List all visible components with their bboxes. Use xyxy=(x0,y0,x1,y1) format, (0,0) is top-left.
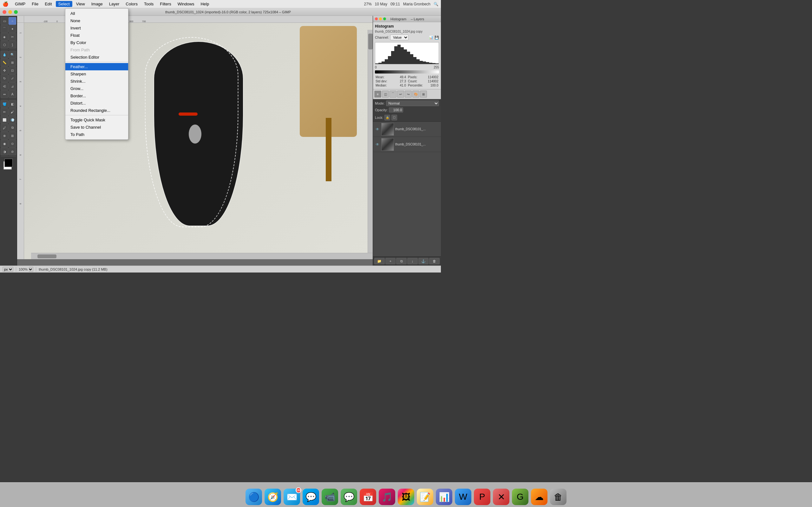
menu-item-save-to-channel[interactable]: Save to Channel xyxy=(65,124,128,131)
minimize-button[interactable] xyxy=(8,10,12,14)
expand-icon[interactable]: ⊞ xyxy=(420,91,427,98)
histogram-action-icon[interactable]: 💾 xyxy=(435,36,439,40)
horizontal-scrollbar[interactable] xyxy=(31,253,373,259)
tool-eraser[interactable]: ⬜ xyxy=(1,116,8,124)
channels-icon[interactable]: ◫ xyxy=(382,91,389,98)
image-menu-item[interactable]: Image xyxy=(89,1,105,7)
gimp-menu-item[interactable]: GIMP xyxy=(12,1,28,7)
search-icon[interactable]: 🔍 xyxy=(434,2,438,6)
tool-perspective-clone[interactable]: ⊞ xyxy=(9,132,16,139)
tools-menu-item[interactable]: Tools xyxy=(142,1,156,7)
new-layer-button[interactable]: + xyxy=(386,258,396,264)
close-button[interactable] xyxy=(3,10,6,14)
tool-ink[interactable]: 🖊 xyxy=(1,124,8,131)
histogram-icon[interactable]: 📊 xyxy=(429,36,433,40)
tool-zoom[interactable]: 🔍 xyxy=(9,51,16,58)
paths-icon[interactable]: ⌒ xyxy=(390,91,397,98)
merge-layer-button[interactable]: ↓ xyxy=(407,258,418,264)
windows-menu-item[interactable]: Windows xyxy=(175,1,197,7)
lock-pixels-button[interactable]: 🔒 xyxy=(385,115,390,120)
tool-free-select[interactable]: ⌒ xyxy=(1,25,8,33)
tool-blend[interactable]: ◧ xyxy=(9,100,16,108)
menu-item-sharpen[interactable]: Sharpen xyxy=(65,70,128,78)
tool-blur-sharpen[interactable]: ◉ xyxy=(1,140,8,147)
channel-select[interactable]: Value xyxy=(390,35,409,40)
menu-item-float[interactable]: Float xyxy=(65,32,128,39)
layer-visibility-toggle[interactable]: 👁 xyxy=(375,127,380,132)
tool-paintbrush[interactable]: 🖌 xyxy=(9,108,16,116)
filters-menu-item[interactable]: Filters xyxy=(157,1,173,7)
undo-icon[interactable]: ↩ xyxy=(397,91,404,98)
layer-item[interactable]: 👁 thumb_DSC08101_... xyxy=(373,122,441,137)
menu-item-none[interactable]: None xyxy=(65,17,128,24)
menu-item-to-path[interactable]: To Path xyxy=(65,131,128,138)
lock-alpha-button[interactable]: ☐ xyxy=(392,115,397,120)
menu-item-border---[interactable]: Border... xyxy=(65,92,128,100)
apple-menu[interactable]: 🍎 xyxy=(3,1,9,7)
tool-ellipse-select[interactable]: ○ xyxy=(9,17,16,25)
menu-item-grow---[interactable]: Grow... xyxy=(65,85,128,92)
edit-menu-item[interactable]: Edit xyxy=(42,1,54,7)
help-menu-item[interactable]: Help xyxy=(198,1,212,7)
duplicate-layer-button[interactable]: ⧉ xyxy=(396,258,407,264)
menu-item-distort---[interactable]: Distort... xyxy=(65,100,128,107)
menu-item-rounded-rectangle---[interactable]: Rounded Rectangle... xyxy=(65,107,128,114)
menu-item-all[interactable]: All xyxy=(65,10,128,17)
tool-clone[interactable]: ⧉ xyxy=(9,124,16,131)
tool-smudge[interactable]: ⊙ xyxy=(9,140,16,147)
opacity-input[interactable] xyxy=(389,107,403,112)
foreground-color-swatch[interactable] xyxy=(4,159,13,167)
tool-align[interactable]: ⊞ xyxy=(9,59,16,66)
histogram-range-slider[interactable] xyxy=(375,70,439,73)
tool-heal[interactable]: ⊕ xyxy=(1,132,8,139)
hist-close-button[interactable] xyxy=(375,17,378,20)
redo-icon[interactable]: ↪ xyxy=(405,91,412,98)
tool-paths[interactable]: ⟆ xyxy=(9,41,16,49)
tool-color-picker[interactable]: 💧 xyxy=(1,51,8,58)
delete-layer-button[interactable]: 🗑 xyxy=(429,258,440,264)
menu-item-shrink---[interactable]: Shrink... xyxy=(65,78,128,85)
tool-foreground-select[interactable]: ⬡ xyxy=(1,41,8,49)
menu-item-selection-editor[interactable]: Selection Editor xyxy=(65,54,128,61)
tool-dodge-burn[interactable]: ◑ xyxy=(1,148,8,155)
menu-item-invert[interactable]: Invert xyxy=(65,24,128,32)
tool-perspective[interactable]: ⊿ xyxy=(9,82,16,90)
tool-flip[interactable]: ⇔ xyxy=(1,90,8,98)
anchor-layer-button[interactable]: ⚓ xyxy=(418,258,429,264)
colors-menu-item[interactable]: Colors xyxy=(123,1,140,7)
tool-rotate[interactable]: ↻ xyxy=(1,74,8,82)
zoom-select[interactable] xyxy=(29,267,33,272)
mode-select[interactable]: Normal xyxy=(386,101,439,106)
layer-visibility-toggle[interactable]: 👁 xyxy=(375,142,380,147)
tool-airbrush[interactable]: 💨 xyxy=(9,116,16,124)
hist-expand-button[interactable] xyxy=(383,17,386,20)
tool-scale[interactable]: ⤢ xyxy=(9,74,16,82)
tool-by-color-select[interactable]: ◈ xyxy=(1,33,8,41)
tool-crop[interactable]: ⊡ xyxy=(9,66,16,74)
file-menu-item[interactable]: File xyxy=(29,1,41,7)
vertical-scrollbar[interactable] xyxy=(368,30,373,253)
view-menu-item[interactable]: View xyxy=(73,1,88,7)
tool-measure[interactable]: 📏 xyxy=(1,59,8,66)
maximize-button[interactable] xyxy=(14,10,18,14)
tool-fuzzy-select[interactable]: ✦ xyxy=(9,25,16,33)
color-icon[interactable]: 🎨 xyxy=(412,91,419,98)
unit-select[interactable]: px xyxy=(3,267,13,272)
tool-desaturate[interactable]: ⊘ xyxy=(9,148,16,155)
hist-minimize-button[interactable] xyxy=(379,17,382,20)
layers-icon[interactable]: ≡ xyxy=(374,91,381,98)
tool-scissors[interactable]: ✂ xyxy=(9,33,16,41)
menu-item-toggle-quick-mask[interactable]: Toggle Quick Mask xyxy=(65,116,128,124)
tool-text[interactable]: A xyxy=(9,90,16,98)
layer-menu-item[interactable]: Layer xyxy=(107,1,122,7)
tool-move[interactable]: ✜ xyxy=(1,66,8,74)
tool-shear[interactable]: ⋲ xyxy=(1,82,8,90)
tool-bucket-fill[interactable]: 🪣 xyxy=(1,100,8,108)
tool-rect-select[interactable]: ▭ xyxy=(1,17,8,25)
layer-item[interactable]: 👁 thumb_DSC08101_... xyxy=(373,137,441,152)
select-menu-item[interactable]: Select xyxy=(56,1,72,7)
menu-item-feather---[interactable]: Feather... xyxy=(65,63,128,70)
menu-item-by-color[interactable]: By Color xyxy=(65,39,128,46)
new-layer-group-button[interactable]: 📁 xyxy=(374,258,385,264)
tool-pencil[interactable]: ✏ xyxy=(1,108,8,116)
